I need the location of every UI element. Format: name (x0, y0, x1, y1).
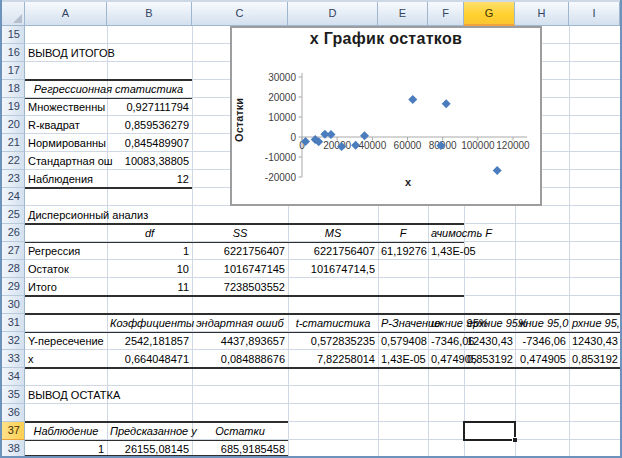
cell-F26[interactable]: ачимость F (428, 224, 464, 242)
cell-C27[interactable]: 6221756407 (192, 242, 288, 260)
column-header-H[interactable]: H (515, 2, 569, 26)
cell-F32[interactable]: -7346,06 (428, 332, 464, 350)
cell-A22[interactable]: Стандартная ош (25, 152, 107, 170)
row-header-33[interactable]: 33 (2, 350, 25, 368)
row-header-22[interactable]: 22 (2, 152, 25, 170)
cell-I33[interactable]: 0,853192 (569, 350, 620, 368)
cell-B32[interactable]: 2542,181857 (107, 332, 192, 350)
cell-B31[interactable]: Коэффициенты (107, 314, 192, 332)
row-header-31[interactable]: 31 (2, 314, 25, 332)
row-header-32[interactable]: 32 (2, 332, 25, 350)
cell-C29[interactable]: 7238503552 (192, 278, 288, 296)
row-header-29[interactable]: 29 (2, 278, 25, 296)
cell-C37[interactable]: Остатки (192, 422, 288, 440)
row-header-17[interactable]: 17 (2, 62, 25, 80)
cell-A23[interactable]: Наблюдения (25, 170, 107, 188)
row-header-30[interactable]: 30 (2, 296, 25, 314)
cell-D32[interactable]: 0,572835235 (288, 332, 378, 350)
column-header-C[interactable]: C (192, 2, 288, 26)
cell-E26[interactable]: F (378, 224, 428, 242)
cell-D27[interactable]: 6221756407 (288, 242, 378, 260)
cell-B27[interactable]: 1 (107, 242, 192, 260)
fill-handle[interactable] (512, 437, 517, 442)
column-header-A[interactable]: A (25, 2, 107, 26)
cell-C31[interactable]: эндартная ошиб (192, 314, 288, 332)
cell-A20[interactable]: R-квадрат (25, 116, 107, 134)
scatter-point (360, 131, 369, 140)
cell-B37[interactable]: Предсказанное у (107, 422, 192, 440)
cell-B23[interactable]: 12 (107, 170, 192, 188)
residual-chart[interactable]: 3000020000100000-10000-20000020000400006… (230, 26, 542, 206)
cell-H32[interactable]: -7346,06 (515, 332, 569, 350)
row-header-25[interactable]: 25 (2, 206, 25, 224)
cell-C32[interactable]: 4437,893657 (192, 332, 288, 350)
cell-E32[interactable]: 0,579408 (378, 332, 428, 350)
column-header-D[interactable]: D (288, 2, 378, 26)
cell-F31[interactable]: ижние 95% (428, 314, 464, 332)
cell-C28[interactable]: 1016747145 (192, 260, 288, 278)
cell-G33[interactable]: 0,853192 (464, 350, 515, 368)
row-header-35[interactable]: 35 (2, 386, 25, 404)
cell-B22[interactable]: 10083,38805 (107, 152, 192, 170)
row-header-28[interactable]: 28 (2, 260, 25, 278)
cell-A33[interactable]: x (25, 350, 107, 368)
cell-H31[interactable]: жние 95,0 (515, 314, 569, 332)
row-header-26[interactable]: 26 (2, 224, 25, 242)
column-header-I[interactable]: I (569, 2, 620, 26)
cell-B21[interactable]: 0,845489907 (107, 134, 192, 152)
cell-F33[interactable]: 0,474905 (428, 350, 464, 368)
row-header-20[interactable]: 20 (2, 116, 25, 134)
row-header-24[interactable]: 24 (2, 188, 25, 206)
cell-G31[interactable]: ерхние 95% (464, 314, 515, 332)
cell-B33[interactable]: 0,664048471 (107, 350, 192, 368)
cell-A32[interactable]: Y-пересечение (25, 332, 107, 350)
cell-D33[interactable]: 7,82258014 (288, 350, 378, 368)
select-all-button[interactable] (2, 2, 25, 26)
cell-A19[interactable]: Множественны (25, 98, 107, 116)
cell-I32[interactable]: 12430,43 (569, 332, 620, 350)
cell-C33[interactable]: 0,084888676 (192, 350, 288, 368)
cell-A37[interactable]: Наблюдение (25, 422, 107, 440)
cell-D31[interactable]: t-статистика (288, 314, 378, 332)
cell-F27[interactable]: 1,43E-05 (428, 242, 464, 260)
cell-A28[interactable]: Остаток (25, 260, 107, 278)
row-header-21[interactable]: 21 (2, 134, 25, 152)
cell-B26[interactable]: df (107, 224, 192, 242)
cell-A35[interactable]: ВЫВОД ОСТАТКА (25, 386, 107, 404)
column-header-B[interactable]: B (107, 2, 192, 26)
row-header-15[interactable]: 15 (2, 26, 25, 44)
row-header-23[interactable]: 23 (2, 170, 25, 188)
row-header-36[interactable]: 36 (2, 404, 25, 422)
cell-I31[interactable]: рхние 95,0 (569, 314, 620, 332)
cell-D28[interactable]: 101674714,5 (288, 260, 378, 278)
column-header-E[interactable]: E (378, 2, 428, 26)
cell-B29[interactable]: 11 (107, 278, 192, 296)
cell-A27[interactable]: Регрессия (25, 242, 107, 260)
cell-B20[interactable]: 0,859536279 (107, 116, 192, 134)
excel-worksheet: ABCDEFGHI 151617181920212223242526272829… (0, 0, 622, 458)
cell-E27[interactable]: 61,19276 (378, 242, 428, 260)
cell-B19[interactable]: 0,927111794 (107, 98, 192, 116)
cell-A18[interactable]: Регрессионная статистика (25, 80, 192, 98)
row-header-34[interactable]: 34 (2, 368, 25, 386)
column-header-G[interactable]: G (464, 2, 515, 26)
cell-A29[interactable]: Итого (25, 278, 107, 296)
cell-E33[interactable]: 1,43E-05 (378, 350, 428, 368)
row-header-16[interactable]: 16 (2, 44, 25, 62)
row-header-37[interactable]: 37 (2, 422, 25, 440)
chart-y-axis-label: Остатки (233, 75, 247, 165)
cell-H33[interactable]: 0,474905 (515, 350, 569, 368)
row-header-18[interactable]: 18 (2, 80, 25, 98)
column-header-F[interactable]: F (428, 2, 464, 26)
cell-D26[interactable]: MS (288, 224, 378, 242)
cell-A21[interactable]: Нормированны (25, 134, 107, 152)
row-header-19[interactable]: 19 (2, 98, 25, 116)
cell-A25[interactable]: Дисперсионный анализ (25, 206, 107, 224)
cell-G32[interactable]: 12430,43 (464, 332, 515, 350)
cell-C26[interactable]: SS (192, 224, 288, 242)
row-header-27[interactable]: 27 (2, 242, 25, 260)
cell-A16[interactable]: ВЫВОД ИТОГОВ (25, 44, 107, 62)
selection-box[interactable] (463, 421, 516, 441)
cell-B28[interactable]: 10 (107, 260, 192, 278)
cell-E31[interactable]: Р-Значение (378, 314, 428, 332)
